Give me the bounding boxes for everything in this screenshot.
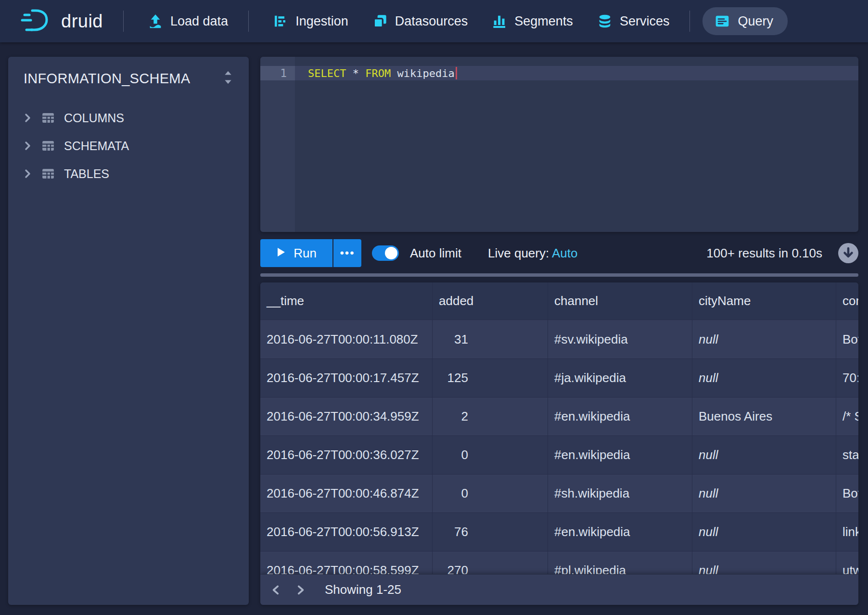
druid-logo[interactable]: druid: [21, 8, 103, 35]
cell-time: 2016-06-27T00:00:56.913Z: [260, 513, 433, 551]
query-progress-divider: [260, 273, 858, 277]
sql-editor[interactable]: 1 SELECT * FROM wikipedia: [260, 57, 858, 232]
nav-label: Services: [620, 14, 670, 29]
logo-text: druid: [61, 11, 103, 32]
table-row[interactable]: 2016-06-27T00:00:46.874Z 0 #sh.wikipedia…: [260, 474, 858, 512]
double-caret-vertical-icon[interactable]: [221, 69, 235, 88]
cell-cityname: null: [692, 513, 836, 551]
line-number: 1: [260, 66, 295, 80]
cell-comment: link: [836, 513, 858, 551]
cell-cityname: null: [692, 320, 836, 359]
table-row[interactable]: 2016-06-27T00:00:36.027Z 0 #en.wikipedia…: [260, 436, 858, 474]
cell-channel: #sh.wikipedia: [548, 474, 692, 512]
cell-channel: #en.wikipedia: [548, 436, 692, 474]
more-dots-icon: •••: [340, 246, 355, 260]
gantt-chart-icon: [273, 13, 288, 29]
table-icon: [41, 167, 55, 181]
cell-time: 2016-06-27T00:00:46.874Z: [260, 474, 433, 512]
schema-sidebar: INFORMATION_SCHEMA: [8, 57, 249, 605]
sql-identifier: wikipedia: [397, 67, 454, 79]
chevron-right-icon: [22, 140, 33, 152]
cell-added: 0: [433, 436, 548, 474]
cell-comment: Bot: [836, 474, 858, 512]
cell-channel: #sv.wikipedia: [548, 320, 692, 359]
cell-cityname: null: [692, 474, 836, 512]
live-query-value[interactable]: Auto: [552, 246, 578, 260]
table-icon: [41, 139, 55, 153]
column-header-time[interactable]: __time: [260, 282, 433, 320]
toggle-knob: [385, 247, 397, 259]
tree-item-tables[interactable]: TABLES: [8, 160, 249, 188]
tree-item-label: SCHEMATA: [64, 139, 129, 153]
nav-divider: [123, 11, 124, 32]
cell-comment: sta: [836, 436, 858, 474]
nav-datasources[interactable]: Datasources: [372, 13, 468, 29]
table-row[interactable]: 2016-06-27T00:00:34.959Z 2 #en.wikipedia…: [260, 397, 858, 436]
next-page-button[interactable]: [293, 583, 307, 597]
cell-added: 125: [433, 359, 548, 397]
schema-title: INFORMATION_SCHEMA: [24, 71, 190, 87]
showing-range-label: Showing 1-25: [325, 582, 401, 597]
nav-label: Datasources: [395, 14, 468, 29]
nav-query-active[interactable]: Query: [702, 7, 788, 35]
pagination-bar: Showing 1-25: [260, 574, 858, 605]
nav-label: Ingestion: [295, 14, 348, 29]
nav-divider: [689, 11, 690, 32]
nav-load-data[interactable]: Load data: [148, 13, 228, 29]
play-icon: [276, 246, 286, 261]
schema-tree: COLUMNS SC: [8, 104, 249, 188]
cell-added: 2: [433, 397, 548, 436]
stacked-squares-icon: [372, 13, 388, 29]
nav-label: Query: [738, 14, 773, 29]
nav-ingestion[interactable]: Ingestion: [273, 13, 348, 29]
cell-comment: /* S: [836, 397, 858, 436]
column-header-added[interactable]: added: [433, 282, 548, 320]
cell-comment: 70:: [836, 359, 858, 397]
previous-page-button[interactable]: [269, 583, 283, 597]
top-nav-bar: druid Load data: [0, 0, 868, 42]
cell-cityname: null: [692, 359, 836, 397]
run-button[interactable]: Run: [260, 239, 332, 267]
nav-label: Load data: [170, 14, 228, 29]
editor-gutter: [260, 57, 295, 232]
column-header-comment[interactable]: comment: [836, 282, 858, 320]
run-more-options-button[interactable]: •••: [333, 239, 361, 267]
tree-item-columns[interactable]: COLUMNS: [8, 104, 249, 132]
download-results-button[interactable]: [838, 243, 858, 263]
column-header-cityname[interactable]: cityName: [692, 282, 836, 320]
cell-cityname: Buenos Aires: [692, 397, 836, 436]
auto-limit-label: Auto limit: [410, 239, 461, 267]
table-row[interactable]: 2016-06-27T00:00:56.913Z 76 #en.wikipedi…: [260, 512, 858, 551]
results-body: 2016-06-27T00:00:11.080Z 31 #sv.wikipedi…: [260, 320, 858, 605]
sql-keyword: FROM: [365, 67, 391, 79]
sql-keyword: SELECT: [308, 67, 346, 79]
results-panel: __time added channel cityName comment 20…: [260, 282, 858, 605]
sql-operator: *: [353, 67, 359, 79]
cell-cityname: null: [692, 436, 836, 474]
text-cursor: [456, 67, 457, 79]
tree-item-schemata[interactable]: SCHEMATA: [8, 132, 249, 160]
sql-query-text: SELECT * FROM wikipedia: [308, 66, 457, 80]
run-label: Run: [294, 246, 317, 261]
cell-added: 0: [433, 474, 548, 512]
nav-divider: [248, 11, 249, 32]
cell-time: 2016-06-27T00:00:17.457Z: [260, 359, 433, 397]
cell-channel: #en.wikipedia: [548, 397, 692, 436]
chevron-right-icon: [22, 168, 33, 179]
nav-services[interactable]: Services: [597, 13, 670, 29]
nav-label: Segments: [514, 14, 573, 29]
database-icon: [597, 13, 613, 29]
sidebar-header: INFORMATION_SCHEMA: [8, 57, 249, 88]
table-row[interactable]: 2016-06-27T00:00:17.457Z 125 #ja.wikiped…: [260, 359, 858, 397]
auto-limit-toggle[interactable]: [372, 245, 399, 261]
upload-icon: [148, 13, 163, 29]
nav-segments[interactable]: Segments: [492, 13, 573, 29]
table-row[interactable]: 2016-06-27T00:00:11.080Z 31 #sv.wikipedi…: [260, 320, 858, 359]
results-summary: 100+ results in 0.10s: [706, 239, 822, 267]
column-header-channel[interactable]: channel: [548, 282, 692, 320]
druid-logo-icon: [21, 8, 54, 35]
bar-chart-icon: [492, 13, 507, 29]
cell-time: 2016-06-27T00:00:11.080Z: [260, 320, 433, 359]
cell-channel: #en.wikipedia: [548, 513, 692, 551]
live-query-label: Live query:: [488, 246, 549, 260]
